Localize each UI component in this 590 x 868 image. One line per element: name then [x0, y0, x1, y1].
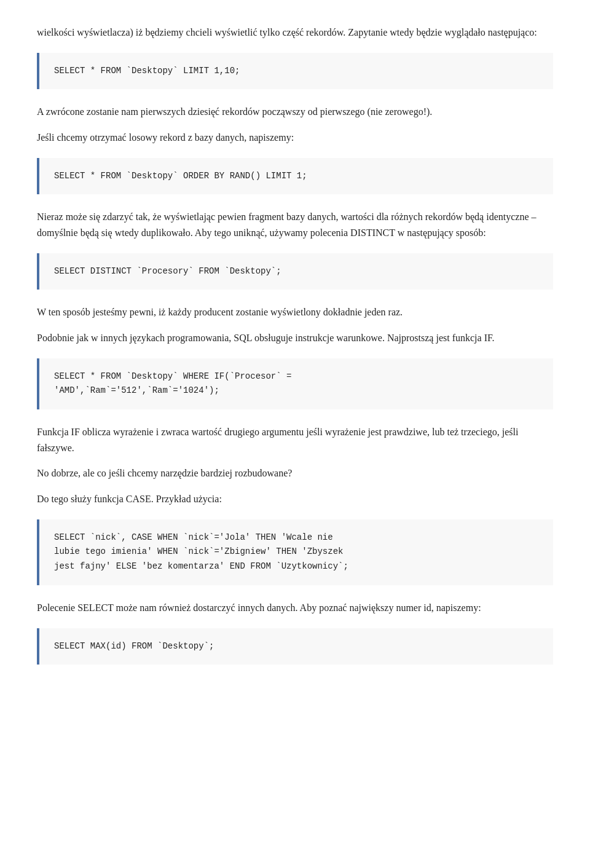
code-block-4: SELECT * FROM `Desktopy` WHERE IF(`Proce…: [37, 358, 553, 410]
after-code3-paragraph: W ten sposób jesteśmy pewni, iż każdy pr…: [37, 304, 553, 320]
after-code2-paragraph: Nieraz może się zdarzyć tak, że wyświetl…: [37, 209, 553, 240]
code-block-3: SELECT DISTINCT `Procesory` FROM `Deskto…: [37, 253, 553, 290]
after-code5-paragraph: Polecenie SELECT może nam również dostar…: [37, 600, 553, 616]
code-block-5: SELECT `nick`, CASE WHEN `nick`='Jola' T…: [37, 519, 553, 585]
code-block-2: SELECT * FROM `Desktopy` ORDER BY RAND()…: [37, 158, 553, 195]
sql-conditional-paragraph: Podobnie jak w innych językach programow…: [37, 330, 553, 346]
after-code1-paragraph: A zwrócone zostanie nam pierwszych dzies…: [37, 104, 553, 120]
case-paragraph-1: No dobrze, ale co jeśli chcemy narzędzie…: [37, 465, 553, 481]
code-block-6: SELECT MAX(id) FROM `Desktopy`;: [37, 628, 553, 665]
case-paragraph-2: Do tego służy funkcja CASE. Przykład uży…: [37, 491, 553, 507]
after-code4-paragraph: Funkcja IF oblicza wyrażenie i zwraca wa…: [37, 424, 553, 456]
before-code2-paragraph: Jeśli chcemy otrzymać losowy rekord z ba…: [37, 130, 553, 146]
code-block-1: SELECT * FROM `Desktopy` LIMIT 1,10;: [37, 53, 553, 90]
intro-paragraph: wielkości wyświetlacza) iż będziemy chci…: [37, 25, 553, 41]
